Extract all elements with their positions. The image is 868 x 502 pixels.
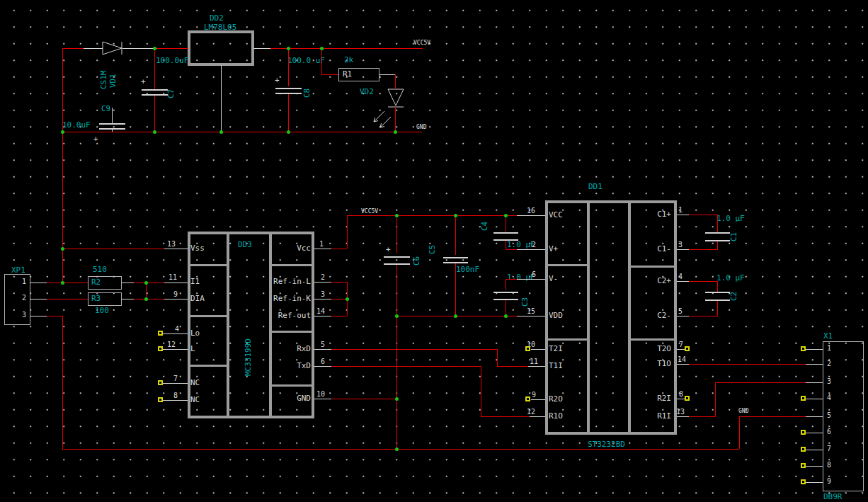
chip-divider — [587, 203, 590, 432]
pin-lead — [122, 299, 134, 300]
pin-lead — [528, 366, 545, 367]
dd3-pin-name: RxD — [271, 345, 311, 353]
junction-dot — [454, 214, 457, 217]
pin-lead — [806, 349, 823, 350]
pin-lead — [677, 281, 689, 282]
pin-lead — [806, 482, 823, 483]
dd1-pin-num: 1 — [678, 207, 683, 214]
no-connect-marker — [525, 346, 530, 351]
schematic-canvas[interactable]: DD2 LM78L05 CS1M VD1 100.0uF C7 + 100.0 … — [0, 0, 868, 502]
no-connect-marker — [801, 463, 806, 468]
dd1-pin-num: 14 — [678, 356, 686, 363]
connector-xp1-body[interactable] — [4, 274, 30, 325]
junction-dot — [61, 281, 64, 285]
c6-plus: + — [386, 246, 391, 253]
chip-divider — [272, 331, 312, 333]
regulator-dd2-body[interactable] — [188, 30, 254, 66]
dd1-pin-num: 5 — [678, 308, 683, 315]
wire-segment — [331, 299, 347, 300]
capacitor-plate — [493, 292, 518, 293]
pin-lead — [677, 416, 689, 417]
wire-segment — [717, 301, 718, 316]
pin-lead — [314, 316, 331, 316]
pin-lead — [314, 399, 331, 399]
dd1-pin-name: R1I — [635, 412, 671, 420]
no-connect-marker — [685, 396, 690, 401]
c6-ref: C6 — [413, 254, 421, 266]
dd1-pin-num: 2 — [532, 241, 536, 249]
junction-dot — [504, 314, 508, 318]
dd3-pin-num: 8 — [173, 392, 178, 399]
dd2-ref: DD2 — [210, 14, 224, 22]
dd1-pin-num: 9 — [532, 392, 536, 399]
dd1-pin-name: C1- — [635, 245, 671, 253]
x1-pin-9: 9 — [827, 478, 831, 485]
wire-segment — [481, 416, 530, 417]
r2-ref: R2 — [91, 278, 101, 286]
dd1-pin-name: C2+ — [635, 277, 671, 285]
no-connect-marker — [801, 430, 806, 435]
r1-value: 2k — [344, 56, 353, 64]
wire-segment — [331, 349, 497, 350]
wire-segment — [331, 249, 347, 249]
wire-segment — [331, 366, 481, 367]
pin-lead — [677, 316, 689, 316]
wire-segment — [321, 74, 338, 75]
pin-lead — [806, 364, 823, 365]
no-connect-marker — [685, 346, 690, 351]
pin-lead — [677, 249, 689, 250]
r3-ref: R3 — [91, 295, 101, 302]
pin-lead — [163, 333, 188, 334]
pin-lead — [221, 65, 222, 132]
pin-lead — [163, 349, 188, 350]
c7-plus: + — [141, 78, 146, 86]
chip-divider — [548, 264, 587, 266]
chip-divider — [269, 234, 272, 416]
pin-lead — [112, 130, 113, 132]
dd3-pin-name: NC — [190, 379, 200, 387]
wire-segment — [506, 215, 506, 232]
c3-ref: C3 — [521, 295, 529, 307]
x1-pin-3: 3 — [827, 378, 831, 385]
pin-lead — [806, 382, 823, 383]
wire-segment — [62, 249, 164, 249]
junction-dot — [287, 130, 290, 134]
pin-lead — [806, 399, 823, 399]
dd3-pin-num: 10 — [316, 391, 325, 398]
dd3-pin-num: 14 — [316, 308, 325, 315]
capacitor-plate — [142, 89, 168, 91]
wire-segment — [497, 366, 528, 367]
dd3-pin-name: I1 — [190, 278, 200, 285]
dd1-pin-name: C1+ — [635, 210, 671, 218]
pin-lead — [517, 249, 545, 250]
wire-segment — [497, 349, 498, 366]
pin-lead — [30, 316, 47, 316]
dd3-pin-name: TxD — [271, 362, 311, 370]
no-connect-marker — [525, 397, 530, 401]
ic-dd3-body[interactable] — [188, 232, 314, 418]
dd3-pin-num: 5 — [321, 341, 325, 348]
junction-dot — [287, 47, 290, 50]
pin-lead — [531, 399, 545, 400]
diode-vd1-icon — [103, 42, 122, 55]
wire-segment — [331, 282, 347, 283]
wire-segment — [689, 281, 718, 282]
c9-value: 10.0uF — [62, 121, 91, 129]
c8-plus: + — [275, 76, 280, 84]
dd1-pin-num: 4 — [678, 273, 683, 280]
wire-segment — [455, 215, 456, 255]
no-connect-marker — [158, 346, 163, 351]
wire-segment — [506, 279, 517, 280]
vd2-ref: VD2 — [360, 88, 374, 96]
wire-segment — [347, 215, 348, 249]
c7-ref: C7 — [167, 87, 175, 98]
x1-pin-2: 2 — [827, 360, 831, 367]
dd1-pin-num: 3 — [678, 241, 683, 249]
dd1-pin-name: R1O — [549, 412, 563, 420]
x1-pin-5: 5 — [827, 412, 831, 419]
dd3-pin-num: 13 — [167, 241, 176, 248]
dd3-pin-num: 1 — [319, 241, 324, 248]
no-connect-marker — [801, 396, 806, 401]
pin-lead — [806, 450, 823, 450]
wire-segment — [288, 48, 289, 86]
